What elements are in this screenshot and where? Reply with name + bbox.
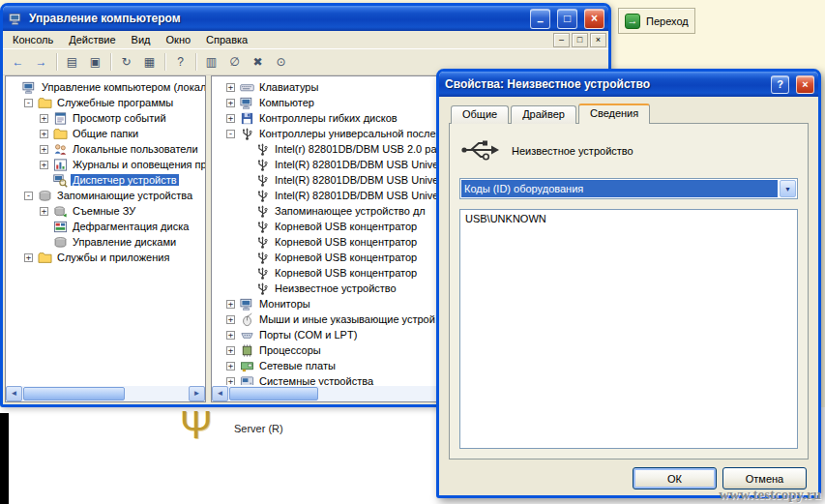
- close-button[interactable]: ×: [584, 9, 604, 29]
- expand-plus-icon[interactable]: +: [40, 130, 48, 138]
- tree-item-label[interactable]: Мыши и иные указывающие устрой: [257, 313, 437, 325]
- help-button[interactable]: ?: [169, 51, 192, 73]
- scan-hardware-button[interactable]: ⊙: [270, 51, 292, 73]
- expand-plus-icon[interactable]: +: [40, 161, 48, 169]
- property-value-list[interactable]: USB\UNKNOWN: [459, 209, 798, 449]
- maximize-button[interactable]: □: [557, 9, 577, 29]
- update-driver-button[interactable]: ▥: [200, 51, 222, 73]
- disable-device-button[interactable]: ∅: [223, 51, 246, 73]
- expand-plus-icon[interactable]: +: [226, 114, 235, 123]
- refresh-button[interactable]: ↻: [115, 51, 137, 73]
- tree-item-label[interactable]: Мониторы: [257, 298, 312, 310]
- tree-item-label[interactable]: Общие папки: [71, 128, 140, 139]
- collapse-minus-icon[interactable]: -: [226, 130, 235, 138]
- property-dropdown-value[interactable]: Коды (ID) оборудования: [461, 180, 778, 197]
- tree-row[interactable]: -Служебные программы: [9, 95, 205, 110]
- tree-item-label[interactable]: Запоминающее устройство дл: [273, 205, 427, 217]
- expand-plus-icon[interactable]: +: [226, 346, 235, 355]
- tree-row[interactable]: +Локальные пользователи: [9, 141, 205, 157]
- scroll-right-icon[interactable]: ►: [189, 386, 205, 401]
- tree-item-label[interactable]: Intel(R) 82801DB/DBM USB Univer: [273, 190, 444, 201]
- tree-item-label[interactable]: Intel(r) 82801DB/DBM USB 2.0 рас: [273, 143, 444, 155]
- tree-item-label[interactable]: Дефрагментация диска: [71, 221, 191, 232]
- expand-plus-icon[interactable]: +: [40, 207, 48, 216]
- tree-row[interactable]: +Журналы и оповещения пр: [9, 157, 205, 172]
- ok-button[interactable]: ОК: [633, 467, 717, 489]
- tree-item-label[interactable]: Контроллеры универсальной после: [257, 128, 438, 139]
- expand-plus-icon[interactable]: +: [226, 83, 235, 92]
- dialog-close-button[interactable]: ×: [796, 75, 814, 94]
- expand-plus-icon[interactable]: +: [226, 362, 235, 371]
- tree-item-label[interactable]: Съемные ЗУ: [71, 205, 137, 217]
- tree-item-label[interactable]: Диспетчер устройств: [71, 174, 179, 186]
- menu-item-1[interactable]: Действие: [61, 33, 123, 46]
- expand-plus-icon[interactable]: +: [40, 145, 48, 154]
- tree-item-label[interactable]: Управление компьютером (локал: [40, 81, 205, 93]
- mdi-restore-button[interactable]: □: [572, 33, 588, 47]
- chevron-down-icon[interactable]: ▼: [780, 180, 796, 197]
- menu-item-0[interactable]: Консоль: [5, 33, 61, 46]
- tree-item-label[interactable]: Корневой USB концентратор: [273, 267, 419, 279]
- tab-general[interactable]: Общие: [451, 105, 509, 124]
- tree-row[interactable]: +Съемные ЗУ: [9, 203, 205, 219]
- tree-item-label[interactable]: Intel(R) 82801DB/DBM USB Univer: [273, 174, 444, 186]
- collapse-minus-icon[interactable]: -: [24, 192, 33, 200]
- help-button[interactable]: ?: [771, 75, 789, 94]
- scrollbar-thumb[interactable]: [23, 387, 125, 400]
- tree-item-label[interactable]: Корневой USB концентратор: [273, 221, 419, 232]
- expand-plus-icon[interactable]: +: [226, 377, 235, 386]
- menu-item-3[interactable]: Окно: [159, 33, 199, 46]
- tree-item-label[interactable]: Компьютер: [257, 97, 316, 108]
- uninstall-device-button[interactable]: ✖: [247, 51, 269, 73]
- expand-plus-icon[interactable]: +: [24, 253, 33, 262]
- minimize-button[interactable]: –: [530, 9, 550, 29]
- dialog-titlebar[interactable]: Свойства: Неизвестное устройство ? ×: [439, 72, 818, 97]
- tree-item-label[interactable]: Локальные пользователи: [71, 143, 200, 155]
- tree-item-label[interactable]: Порты (COM и LPT): [257, 329, 359, 341]
- tree-item-label[interactable]: Неизвестное устройство: [273, 282, 398, 294]
- tree-item-label[interactable]: Службы и приложения: [55, 252, 171, 263]
- tree-item-label[interactable]: Служебные программы: [55, 97, 175, 108]
- tab-details[interactable]: Сведения: [578, 104, 650, 124]
- tree-item-label[interactable]: Intel(R) 82801DB/DBM USB Univer: [273, 159, 444, 170]
- back-button[interactable]: ←: [7, 51, 29, 73]
- tree-item-label[interactable]: Клавиатуры: [257, 81, 320, 93]
- left-horizontal-scrollbar[interactable]: ◄ ►: [6, 385, 205, 401]
- tree-item-label[interactable]: Просмотр событий: [71, 112, 168, 124]
- tree-row[interactable]: Дефрагментация диска: [9, 219, 205, 234]
- tree-item-label[interactable]: Системные устройства: [257, 375, 375, 385]
- scroll-left-icon[interactable]: ◄: [6, 386, 22, 401]
- forward-button[interactable]: →: [30, 51, 52, 73]
- tree-item-label[interactable]: Запоминающие устройства: [55, 190, 194, 201]
- collapse-minus-icon[interactable]: -: [24, 99, 33, 107]
- expand-plus-icon[interactable]: +: [226, 315, 235, 324]
- tree-item-label[interactable]: Корневой USB концентратор: [273, 252, 419, 263]
- mdi-close-button[interactable]: ×: [590, 33, 606, 47]
- tree-row[interactable]: +Общие папки: [9, 126, 205, 141]
- tree-item-label[interactable]: Контроллеры гибких дисков: [257, 112, 399, 124]
- expand-plus-icon[interactable]: +: [226, 99, 235, 107]
- menu-item-2[interactable]: Вид: [124, 33, 159, 46]
- tree-item-label[interactable]: Журналы и оповещения пр: [71, 159, 205, 170]
- tree-row[interactable]: Управление дисками: [9, 234, 205, 250]
- expand-plus-icon[interactable]: +: [40, 114, 48, 123]
- main-window-titlebar[interactable]: Управление компьютером – □ ×: [3, 6, 608, 31]
- scrollbar-thumb[interactable]: [229, 387, 318, 400]
- show-console-tree-button[interactable]: ▤: [61, 51, 83, 73]
- tree-item-label[interactable]: Корневой USB концентратор: [273, 236, 419, 248]
- go-button[interactable]: → Переход: [618, 8, 695, 34]
- expand-plus-icon[interactable]: +: [226, 331, 235, 340]
- tree-item-label[interactable]: Процессоры: [257, 344, 323, 356]
- property-dropdown[interactable]: Коды (ID) оборудования ▼: [459, 178, 798, 199]
- tree-item-label[interactable]: Управление дисками: [71, 236, 178, 248]
- tree-row[interactable]: +Просмотр событий: [9, 110, 205, 126]
- tree-row[interactable]: -Запоминающие устройства: [9, 188, 205, 203]
- tree-item-label[interactable]: Сетевые платы: [257, 360, 338, 371]
- tab-driver[interactable]: Драйвер: [511, 105, 576, 124]
- expand-plus-icon[interactable]: +: [226, 300, 235, 309]
- property-value-item[interactable]: USB\UNKNOWN: [465, 213, 792, 224]
- properties-button[interactable]: ▣: [84, 51, 106, 73]
- mdi-minimize-button[interactable]: –: [553, 33, 570, 47]
- tree-row[interactable]: Диспетчер устройств: [9, 172, 205, 188]
- tree-row[interactable]: Управление компьютером (локал: [9, 79, 205, 95]
